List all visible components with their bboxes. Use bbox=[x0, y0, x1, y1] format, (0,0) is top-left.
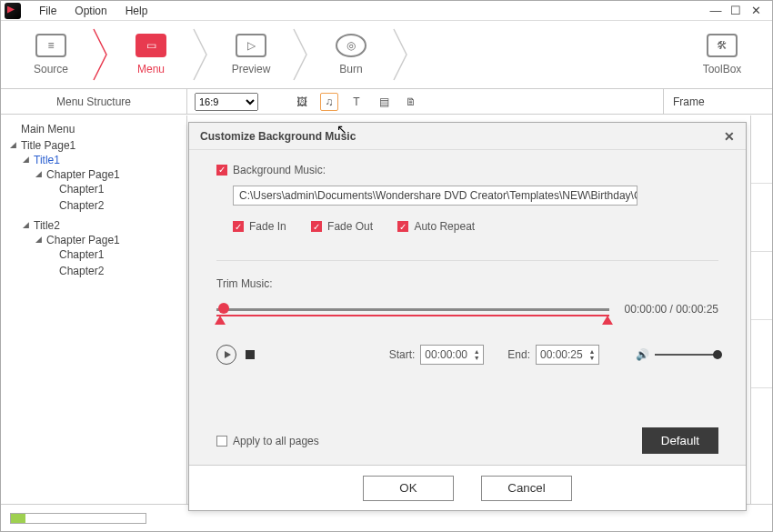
spinner-icon[interactable]: ▲▼ bbox=[472, 346, 481, 363]
trim-start-handle[interactable] bbox=[215, 316, 226, 325]
tree-chapter1[interactable]: Chapter1 bbox=[59, 181, 179, 197]
speaker-icon: 🔊 bbox=[636, 348, 649, 361]
step-toolbar: ≡ Source ▭ Menu ▷ Preview ◎ Burn 🛠 ToolB… bbox=[1, 21, 772, 89]
volume-slider[interactable] bbox=[655, 354, 718, 356]
frame-sidebar bbox=[750, 115, 772, 504]
tree-chapter-page1[interactable]: ◢Chapter Page1 Chapter1 Chapter2 bbox=[46, 166, 179, 216]
source-icon: ≡ bbox=[35, 34, 66, 57]
tree-title1[interactable]: ◢Title1 ◢Chapter Page1 Chapter1 Chapter2 bbox=[34, 152, 179, 217]
chapter-icon[interactable]: ▤ bbox=[375, 93, 393, 111]
end-label: End: bbox=[507, 348, 530, 361]
menu-icon: ▭ bbox=[136, 34, 166, 57]
bg-music-checkbox[interactable]: ✓ Background Music: bbox=[216, 164, 326, 176]
apply-all-checkbox[interactable]: ✓Apply to all pages bbox=[216, 435, 319, 447]
step-arrow bbox=[92, 21, 110, 89]
tree-title2[interactable]: ◢Title2 ◢Chapter Page1 Chapter1 Chapter2 bbox=[34, 217, 179, 283]
minimize-button[interactable]: — bbox=[708, 4, 723, 18]
close-button[interactable]: ✕ bbox=[748, 4, 763, 18]
check-icon: ✓ bbox=[216, 165, 227, 176]
step-toolbox[interactable]: 🛠 ToolBox bbox=[681, 21, 763, 89]
menu-option[interactable]: Option bbox=[65, 2, 115, 20]
step-arrow bbox=[192, 21, 210, 89]
divider bbox=[216, 260, 718, 261]
tree-title-page1[interactable]: ◢Title Page1 ◢Title1 ◢Chapter Page1 Chap… bbox=[21, 137, 179, 285]
frame-thumb[interactable] bbox=[751, 184, 772, 252]
tree-chapter2b[interactable]: Chapter2 bbox=[59, 263, 179, 279]
dialog-close-icon[interactable]: ✕ bbox=[724, 129, 735, 144]
dialog-footer: OK Cancel bbox=[189, 465, 746, 510]
aspect-dropdown[interactable]: 16:9 bbox=[195, 93, 258, 111]
default-button[interactable]: Default bbox=[642, 427, 718, 454]
cancel-button[interactable]: Cancel bbox=[481, 476, 572, 501]
tree-main-menu[interactable]: Main Menu bbox=[21, 121, 179, 137]
burn-icon: ◎ bbox=[336, 34, 366, 57]
disc-usage-bar bbox=[10, 513, 146, 524]
volume-control[interactable]: 🔊 bbox=[636, 348, 718, 361]
step-label: Menu bbox=[137, 63, 165, 75]
start-label: Start: bbox=[389, 348, 416, 361]
trim-music-label: Trim Music: bbox=[216, 277, 718, 290]
step-burn[interactable]: ◎ Burn bbox=[310, 21, 392, 89]
auto-repeat-checkbox[interactable]: ✓Auto Repeat bbox=[397, 220, 475, 233]
tree-chapter2[interactable]: Chapter2 bbox=[59, 197, 179, 214]
menu-structure-tree: Main Menu ◢Title Page1 ◢Title1 ◢Chapter … bbox=[1, 115, 187, 504]
trim-fill bbox=[216, 315, 609, 316]
step-label: Burn bbox=[339, 63, 362, 75]
fade-out-checkbox[interactable]: ✓Fade Out bbox=[311, 220, 373, 233]
aspect-ratio-select[interactable]: 16:9 bbox=[187, 89, 266, 114]
play-button[interactable] bbox=[216, 345, 236, 365]
menubar: File Option Help — ☐ ✕ bbox=[1, 1, 772, 21]
secondary-toolbar: Menu Structure 16:9 🖼 ♫ T ▤ 🗎 Frame bbox=[1, 89, 772, 115]
menu-structure-header: Menu Structure bbox=[1, 89, 187, 114]
end-time-input[interactable]: 00:00:25▲▼ bbox=[536, 345, 599, 365]
step-arrow bbox=[292, 21, 310, 89]
bg-music-label: Background Music: bbox=[233, 164, 326, 176]
dialog-title-bar: Customize Background Music ✕ bbox=[189, 123, 746, 150]
tree-chapter-page1b[interactable]: ◢Chapter Page1 Chapter1 Chapter2 bbox=[46, 232, 179, 281]
music-icon[interactable]: ♫ bbox=[320, 93, 338, 111]
toolbox-icon: 🛠 bbox=[707, 34, 738, 57]
menu-file[interactable]: File bbox=[30, 2, 65, 20]
frame-thumb[interactable] bbox=[751, 115, 772, 184]
trim-rail bbox=[216, 308, 609, 311]
step-source[interactable]: ≡ Source bbox=[10, 21, 92, 89]
fade-in-checkbox[interactable]: ✓Fade In bbox=[233, 220, 286, 233]
step-preview[interactable]: ▷ Preview bbox=[210, 21, 292, 89]
preview-icon: ▷ bbox=[236, 34, 266, 57]
step-label: ToolBox bbox=[703, 63, 742, 75]
customize-bg-music-dialog: Customize Background Music ✕ ✓ Backgroun… bbox=[188, 122, 747, 511]
step-label: Preview bbox=[232, 63, 271, 75]
step-menu[interactable]: ▭ Menu bbox=[110, 21, 192, 89]
ok-button[interactable]: OK bbox=[363, 476, 454, 501]
music-path-field[interactable]: C:\Users\admin\Documents\Wondershare DVD… bbox=[233, 186, 637, 206]
trim-end-handle[interactable] bbox=[602, 316, 613, 325]
maximize-button[interactable]: ☐ bbox=[728, 4, 743, 18]
trim-playhead[interactable] bbox=[218, 303, 229, 314]
frame-thumb[interactable] bbox=[751, 252, 772, 320]
trim-timecode: 00:00:00 / 00:00:25 bbox=[625, 303, 718, 316]
menu-tool-icons: 🖼 ♫ T ▤ 🗎 bbox=[266, 89, 420, 114]
start-time-input[interactable]: 00:00:00▲▼ bbox=[420, 345, 484, 365]
text-icon[interactable]: T bbox=[347, 93, 366, 111]
frame-thumb[interactable] bbox=[751, 320, 772, 388]
tree-chapter1b[interactable]: Chapter1 bbox=[59, 246, 179, 263]
step-arrow bbox=[392, 21, 410, 89]
template-icon[interactable]: 🗎 bbox=[402, 93, 420, 111]
app-logo bbox=[5, 3, 21, 19]
frame-panel-header: Frame bbox=[663, 89, 772, 114]
step-label: Source bbox=[34, 63, 68, 75]
window-controls: — ☐ ✕ bbox=[708, 4, 768, 18]
spinner-icon[interactable]: ▲▼ bbox=[587, 346, 597, 363]
dialog-title: Customize Background Music bbox=[200, 130, 356, 143]
trim-slider[interactable]: 00:00:00 / 00:00:25 bbox=[216, 301, 718, 325]
stop-button[interactable] bbox=[246, 350, 255, 359]
image-icon[interactable]: 🖼 bbox=[293, 93, 311, 111]
menu-help[interactable]: Help bbox=[116, 2, 157, 20]
